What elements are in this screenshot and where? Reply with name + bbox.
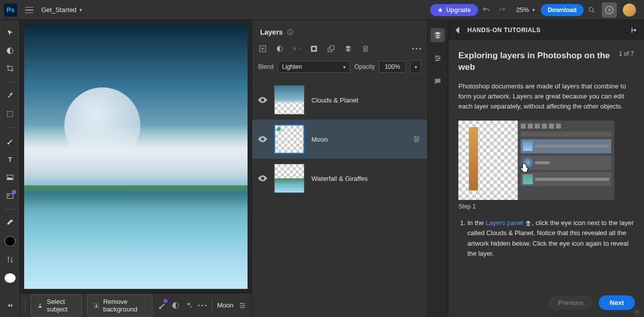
- tutorial-footer: Previous Next: [448, 288, 644, 317]
- svg-rect-27: [330, 46, 334, 50]
- layer-row[interactable]: Clouds & Planet: [252, 80, 427, 120]
- generative-fill-icon[interactable]: [157, 300, 167, 311]
- fx-icon[interactable]: fx: [292, 44, 301, 53]
- svg-point-36: [436, 60, 438, 61]
- opacity-dropdown-icon[interactable]: ▾: [410, 60, 421, 73]
- canvas-clouds-layer: [24, 125, 248, 188]
- layer-properties-icon[interactable]: [238, 300, 247, 311]
- comments-tab-icon[interactable]: [431, 74, 445, 88]
- brush-tool-icon[interactable]: [5, 137, 15, 146]
- tutorial-illustration: [458, 121, 614, 200]
- info-icon[interactable]: [287, 29, 294, 36]
- layer-thumbnail[interactable]: [274, 164, 304, 193]
- delete-layer-icon[interactable]: [361, 44, 370, 53]
- visibility-toggle-icon[interactable]: [258, 174, 267, 183]
- blend-label: Blend: [258, 63, 274, 70]
- tutorial-caption: Step 1: [458, 203, 634, 210]
- background-color-swatch[interactable]: [5, 273, 16, 283]
- layers-panel-link[interactable]: Layers panel: [486, 219, 523, 227]
- left-toolbar: T: [0, 20, 20, 317]
- active-layer-label: Moon: [217, 301, 233, 309]
- sparkle-icon[interactable]: [185, 300, 193, 311]
- upgrade-button[interactable]: Upgrade: [430, 4, 478, 16]
- opacity-input[interactable]: 100%: [379, 61, 406, 73]
- tutorial-breadcrumb[interactable]: HANDS-ON TUTORIALS: [467, 27, 540, 34]
- svg-rect-21: [290, 32, 291, 33]
- redo-button[interactable]: [494, 2, 510, 18]
- tutorial-panel: HANDS-ON TUTORIALS Exploring layers in P…: [448, 20, 644, 317]
- svg-point-34: [436, 56, 437, 57]
- layer-name: Moon: [311, 136, 405, 143]
- canvas-area: Select subject Remove background Moon: [20, 20, 252, 317]
- zoom-dropdown[interactable]: 25% ▾: [510, 6, 541, 14]
- previous-button: Previous: [549, 295, 593, 310]
- adjustment-layer-icon[interactable]: [275, 44, 284, 53]
- svg-point-29: [416, 48, 417, 49]
- svg-point-35: [438, 58, 440, 59]
- gear-icon[interactable]: [633, 308, 641, 316]
- layers-tab-icon[interactable]: [431, 28, 445, 42]
- properties-tab-icon[interactable]: [431, 51, 445, 65]
- visibility-toggle-icon[interactable]: [258, 95, 267, 104]
- clip-mask-icon[interactable]: [327, 44, 336, 53]
- select-subject-button[interactable]: Select subject: [31, 294, 82, 316]
- svg-point-17: [243, 304, 245, 306]
- eyedropper-tool-icon[interactable]: [5, 218, 15, 227]
- photoshop-logo[interactable]: Ps: [4, 4, 17, 17]
- crop-tool-icon[interactable]: [5, 64, 15, 73]
- svg-point-32: [417, 139, 419, 140]
- layer-thumbnail[interactable]: [274, 85, 304, 115]
- swap-colors-icon[interactable]: [5, 255, 15, 264]
- mask-icon[interactable]: [309, 44, 318, 53]
- contextual-task-bar: Select subject Remove background Moon: [20, 293, 252, 317]
- layer-toolbar: fx: [252, 44, 427, 60]
- next-button[interactable]: Next: [599, 295, 635, 310]
- generative-tool-icon[interactable]: [5, 191, 15, 200]
- image-tool-icon[interactable]: [5, 173, 15, 182]
- more-options-icon[interactable]: [198, 300, 207, 311]
- tutorial-instruction-list: In the Layers panel , click the eye icon…: [458, 218, 634, 259]
- user-avatar[interactable]: [623, 4, 636, 17]
- help-button[interactable]: ?: [602, 3, 617, 18]
- svg-point-30: [419, 48, 421, 49]
- text-tool-icon[interactable]: T: [5, 155, 15, 164]
- layer-properties-icon[interactable]: [412, 135, 421, 144]
- adjustment-icon[interactable]: [172, 300, 180, 311]
- layer-stack-icon[interactable]: [344, 44, 353, 53]
- layers-panel-title: Layers: [260, 28, 283, 36]
- document-name-dropdown[interactable]: Get_Started ▾: [41, 6, 82, 14]
- star-icon: [437, 7, 443, 13]
- move-tool-icon[interactable]: [5, 28, 15, 37]
- layer-row[interactable]: Waterfall & Giraffes: [252, 159, 427, 198]
- hamburger-menu-icon[interactable]: [23, 4, 35, 16]
- svg-point-8: [8, 194, 10, 196]
- svg-text:?: ?: [608, 7, 611, 13]
- layer-name: Waterfall & Giraffes: [311, 175, 421, 182]
- visibility-toggle-icon[interactable]: [258, 135, 267, 144]
- expand-panel-icon[interactable]: [629, 26, 637, 34]
- document-canvas[interactable]: [24, 24, 248, 289]
- layer-row[interactable]: Moon: [252, 120, 427, 159]
- layer-name: Clouds & Planet: [311, 96, 421, 104]
- download-button[interactable]: Download: [541, 4, 584, 16]
- svg-text:fx: fx: [293, 46, 296, 51]
- add-layer-icon[interactable]: [258, 44, 267, 53]
- adjustment-tool-icon[interactable]: [5, 46, 15, 55]
- layers-icon: [525, 220, 532, 227]
- chevron-down-icon: ▾: [79, 7, 82, 13]
- search-icon[interactable]: [584, 2, 600, 18]
- more-options-icon[interactable]: [412, 44, 421, 53]
- foreground-color-swatch[interactable]: [5, 236, 16, 246]
- collapse-toolbar-icon[interactable]: [5, 301, 15, 310]
- back-icon[interactable]: [455, 27, 460, 34]
- undo-button[interactable]: [478, 2, 494, 18]
- remove-background-button[interactable]: Remove background: [87, 294, 152, 316]
- selection-tool-icon[interactable]: [5, 110, 15, 119]
- tutorial-step-counter: 1 of 7: [619, 50, 634, 57]
- remove-bg-icon: [94, 301, 99, 309]
- blend-mode-select[interactable]: Lighten ▾: [278, 61, 351, 73]
- svg-point-37: [636, 311, 638, 313]
- svg-point-0: [589, 7, 593, 11]
- layer-thumbnail[interactable]: [274, 125, 304, 154]
- healing-brush-tool-icon[interactable]: [5, 91, 15, 100]
